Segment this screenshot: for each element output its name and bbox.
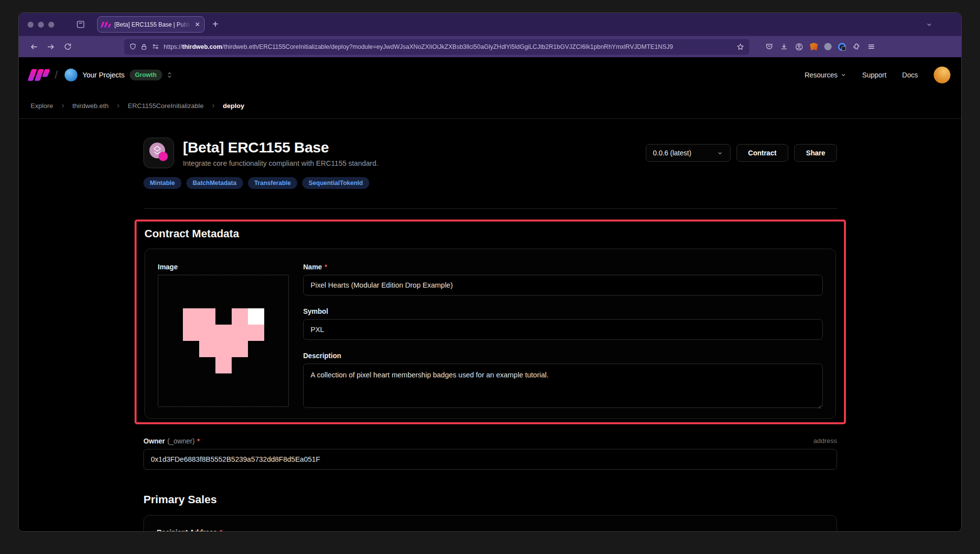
recipient-address-label: Recipient Address* <box>157 527 824 532</box>
annotation-highlight-box: Contract Metadata Image Name* Symbol <box>135 220 846 424</box>
chevron-right-icon <box>115 103 121 109</box>
required-marker: * <box>219 528 222 532</box>
breadcrumb-contract[interactable]: ERC1155CoreInitializable <box>128 102 204 110</box>
puzzle-extensions-icon[interactable] <box>852 42 861 51</box>
symbol-label: Symbol <box>303 306 823 316</box>
page-content: / Your Projects Growth Resources Support… <box>19 57 961 532</box>
header-divider: / <box>55 69 58 81</box>
user-avatar[interactable] <box>934 67 950 83</box>
chevron-down-icon <box>717 150 723 156</box>
extension-badges: Mintable BatchMetadata Transferable Sequ… <box>143 177 837 189</box>
image-dropzone[interactable] <box>158 275 289 407</box>
nav-docs[interactable]: Docs <box>902 71 918 79</box>
browser-tab[interactable]: [Beta] ERC1155 Base | Published ✕ <box>97 16 205 33</box>
badge-transferable[interactable]: Transferable <box>248 177 297 189</box>
tab-overview-icon[interactable] <box>76 20 85 29</box>
breadcrumb-deploy: deploy <box>223 102 245 110</box>
lock-icon[interactable] <box>140 43 147 50</box>
breadcrumb: Explore thirdweb.eth ERC1155CoreInitiali… <box>19 93 961 119</box>
primary-sales-card: Recipient Address* <box>143 515 837 532</box>
tab-list-chevron-icon[interactable] <box>926 21 933 28</box>
contract-title-row: [Beta] ERC1155 Base Integrate core funct… <box>143 138 837 168</box>
browser-toolbar: https://thirdweb.com/thirdweb.eth/ERC115… <box>19 36 961 57</box>
description-label: Description <box>303 351 823 360</box>
badge-sequentialtokenid[interactable]: SequentialTokenId <box>302 177 369 189</box>
page-title: [Beta] ERC1155 Base <box>183 139 378 156</box>
section-divider <box>143 208 837 209</box>
version-select[interactable]: 0.0.6 (latest) <box>646 144 731 162</box>
tab-title: [Beta] ERC1155 Base | Published <box>114 21 191 28</box>
thirdweb-favicon <box>102 22 110 28</box>
back-icon[interactable] <box>27 39 41 54</box>
chevron-right-icon <box>210 103 216 109</box>
project-switcher-icon[interactable] <box>166 71 173 79</box>
permissions-icon[interactable] <box>151 43 160 50</box>
pixel-heart-image <box>183 308 264 373</box>
forward-icon[interactable] <box>43 39 58 54</box>
owner-type-hint: address <box>813 437 837 444</box>
window-controls[interactable] <box>28 22 54 28</box>
name-input[interactable] <box>303 275 823 295</box>
url-text[interactable]: https://thirdweb.com/thirdweb.eth/ERC115… <box>164 43 733 50</box>
project-selector-label[interactable]: Your Projects <box>82 71 125 79</box>
breadcrumb-publisher[interactable]: thirdweb.eth <box>72 102 109 110</box>
contract-metadata-card: Image Name* Symbol Description <box>144 249 836 419</box>
owner-label: Owner(_owner)* <box>143 436 200 445</box>
plan-badge: Growth <box>130 70 162 80</box>
fox-extension-icon[interactable] <box>810 43 818 51</box>
nav-support[interactable]: Support <box>862 71 886 79</box>
contract-metadata-title: Contract Metadata <box>144 227 836 240</box>
required-marker: * <box>197 437 200 445</box>
description-textarea[interactable] <box>303 364 823 408</box>
required-marker: * <box>324 263 327 271</box>
badge-mintable[interactable]: Mintable <box>143 177 181 189</box>
project-avatar[interactable] <box>65 69 77 81</box>
browser-tab-bar: [Beta] ERC1155 Base | Published ✕ + <box>19 13 961 36</box>
primary-sales-title: Primary Sales <box>143 493 837 506</box>
image-label: Image <box>158 262 291 271</box>
reload-icon[interactable] <box>60 39 75 54</box>
contract-publish-icon <box>143 138 174 168</box>
url-bar[interactable]: https://thirdweb.com/thirdweb.eth/ERC115… <box>124 39 749 55</box>
thirdweb-logo[interactable] <box>30 69 49 81</box>
blue-lock-extension-icon[interactable] <box>838 43 846 51</box>
menu-hamburger-icon[interactable] <box>867 42 875 51</box>
breadcrumb-explore[interactable]: Explore <box>31 102 53 110</box>
contract-button[interactable]: Contract <box>736 144 789 162</box>
symbol-input[interactable] <box>303 319 823 340</box>
download-icon[interactable] <box>780 42 788 51</box>
browser-window: [Beta] ERC1155 Base | Published ✕ + <box>18 12 962 532</box>
share-button[interactable]: Share <box>794 144 837 162</box>
bookmark-star-icon[interactable] <box>736 43 744 51</box>
new-tab-button[interactable]: + <box>212 19 218 30</box>
account-icon[interactable] <box>795 42 804 51</box>
nav-resources[interactable]: Resources <box>805 71 846 79</box>
chevron-down-icon <box>840 72 846 78</box>
name-label: Name* <box>303 262 823 271</box>
owner-field-block: Owner(_owner)* address <box>143 436 837 470</box>
pocket-icon[interactable] <box>765 42 773 51</box>
shield-icon[interactable] <box>129 43 137 50</box>
tab-close-icon[interactable]: ✕ <box>195 21 200 28</box>
site-header: / Your Projects Growth Resources Support… <box>19 57 961 93</box>
owner-input[interactable] <box>143 449 837 470</box>
badge-batchmetadata[interactable]: BatchMetadata <box>186 177 243 189</box>
chevron-right-icon <box>60 103 66 109</box>
gray-extension-icon[interactable] <box>824 43 832 50</box>
page-subtitle: Integrate core functionality compliant w… <box>183 159 378 167</box>
